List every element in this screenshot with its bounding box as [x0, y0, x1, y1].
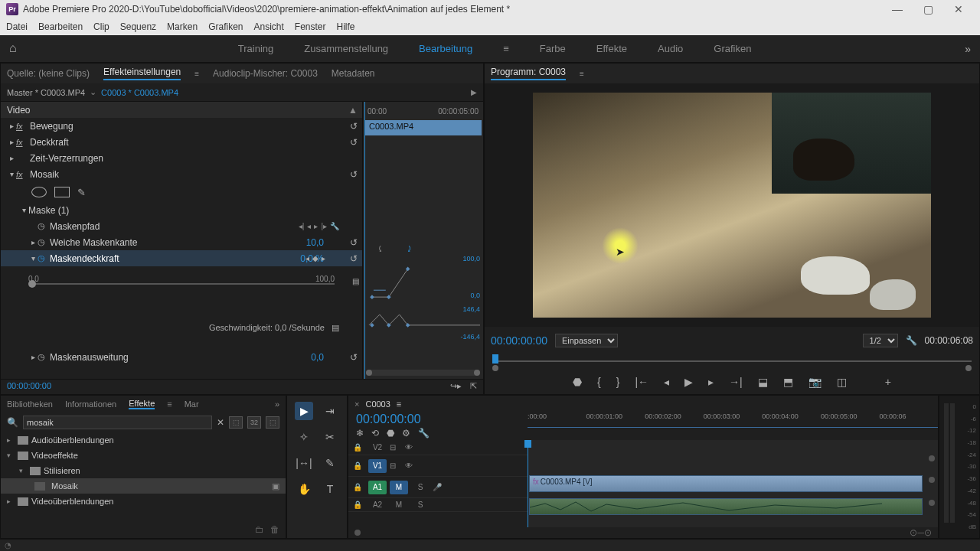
menu-fenster[interactable]: Fenster — [295, 21, 326, 32]
wrench-icon[interactable]: 🔧 — [418, 428, 430, 439]
graph-toggle-icon[interactable]: ▤ — [332, 323, 339, 332]
clip-ref-label[interactable]: C0003 * C0003.MP4 — [101, 88, 178, 97]
voiceover-icon[interactable]: 🎤 — [433, 483, 445, 491]
track-a2-label[interactable]: A2 — [368, 498, 387, 512]
lock-icon[interactable]: 🔒 — [353, 483, 365, 491]
add-kf-icon[interactable]: ◆ — [312, 254, 318, 262]
wrench-icon[interactable]: 🔧 — [330, 222, 339, 230]
keyframe-timeline[interactable]: 00:00 00:00:05:00 C0003.MP4 100,0 0,0 14… — [362, 102, 483, 379]
twirl-icon[interactable]: ▸ — [7, 497, 15, 505]
home-icon[interactable]: ⌂ — [9, 41, 24, 57]
workspace-menu-icon[interactable]: ≡ — [503, 43, 509, 54]
fit-dropdown[interactable]: Einpassen — [555, 334, 618, 347]
razor-tool-icon[interactable]: ✂ — [321, 428, 339, 446]
pen-tool-icon[interactable]: ✎ — [321, 454, 339, 472]
tab-metadata[interactable]: Metadaten — [332, 68, 375, 79]
step-back-icon[interactable]: ◂ — [664, 376, 669, 388]
tab-program[interactable]: Programm: C0003 — [491, 67, 566, 80]
prev-frame-icon[interactable]: ◂| — [299, 222, 305, 230]
reset-icon[interactable]: ↺ — [350, 169, 358, 180]
workspace-grafiken[interactable]: Grafiken — [714, 43, 751, 54]
ease-out-icon[interactable]: ⤸ — [406, 244, 413, 254]
collapse-icon[interactable]: ▲ — [348, 105, 358, 116]
delete-icon[interactable]: 🗑 — [270, 524, 279, 536]
mask-ellipse-button[interactable] — [31, 187, 47, 197]
prop-feather[interactable]: Weiche Maskenkante — [50, 237, 138, 248]
workspace-audio[interactable]: Audio — [658, 43, 683, 54]
prev-kf-icon[interactable]: ◂ — [305, 254, 309, 262]
preset-filter-3[interactable]: ⬚ — [266, 416, 279, 429]
fx-badge-icon[interactable]: fx — [16, 138, 30, 147]
mask-pen-icon[interactable]: ✎ — [77, 187, 86, 198]
tree-video-trans[interactable]: Videoüberblendungen — [31, 497, 113, 506]
master-clip-label[interactable]: Master * C0003.MP4 — [7, 88, 85, 97]
workspace-farbe[interactable]: Farbe — [540, 43, 566, 54]
twirl-icon[interactable]: ▸ — [28, 238, 38, 246]
play-icon[interactable]: ▶ — [684, 376, 693, 388]
tree-mosaic[interactable]: Mosaik — [51, 481, 78, 491]
prop-mask-opacity[interactable]: Maskendeckkraft — [50, 253, 119, 264]
playhead[interactable] — [492, 354, 498, 364]
wrench-icon[interactable]: 🔧 — [906, 335, 917, 346]
zoom-scrollbar[interactable] — [366, 370, 480, 376]
tab-libraries[interactable]: Bibliotheken — [7, 399, 53, 409]
effects-search-input[interactable] — [23, 416, 212, 429]
twirl-icon[interactable]: ▸ — [28, 353, 38, 361]
menu-datei[interactable]: Datei — [6, 21, 28, 32]
mute-button[interactable]: M — [390, 498, 408, 512]
preset-filter-2[interactable]: 32 — [247, 416, 261, 429]
track-v1-label[interactable]: V1 — [368, 459, 387, 473]
sequence-name[interactable]: C0003 — [365, 399, 390, 409]
next-kf-icon[interactable]: ▸ — [314, 222, 318, 230]
slip-tool-icon[interactable]: |↔| — [295, 454, 313, 472]
reset-icon[interactable]: ↺ — [350, 253, 358, 264]
panel-menu-icon[interactable]: ≡ — [397, 399, 401, 409]
compare-icon[interactable]: ◫ — [837, 376, 847, 388]
opacity-slider-thumb[interactable] — [28, 280, 36, 288]
loop-icon[interactable]: ↪▸ — [450, 381, 462, 390]
reset-icon[interactable]: ↺ — [350, 352, 358, 363]
close-seq-icon[interactable]: × — [354, 399, 359, 409]
tab-effect-settings[interactable]: Effekteinstellungen — [103, 67, 181, 80]
hand-tool-icon[interactable]: ✋ — [295, 480, 313, 498]
sync-lock-icon[interactable]: ⊟ — [390, 461, 402, 470]
tree-video-fx[interactable]: Videoeffekte — [31, 451, 78, 460]
timeline-playhead[interactable] — [528, 440, 528, 527]
resolution-dropdown[interactable]: 1/2 — [863, 334, 898, 347]
ripple-tool-icon[interactable]: ✧ — [295, 428, 313, 446]
goto-out-icon[interactable]: →| — [729, 376, 743, 388]
workspace-training[interactable]: Training — [238, 43, 273, 54]
track-a1-label[interactable]: A1 — [368, 481, 387, 494]
prop-expansion-value[interactable]: 0,0 — [311, 352, 324, 363]
eye-icon[interactable]: 👁 — [405, 443, 417, 452]
menu-grafiken[interactable]: Grafiken — [208, 21, 243, 32]
scroll-handle[interactable] — [929, 477, 935, 483]
tab-markers[interactable]: Mar — [185, 399, 199, 409]
goto-in-icon[interactable]: |← — [635, 376, 648, 388]
prop-feather-value[interactable]: 10,0 — [306, 237, 324, 248]
workspace-effekte[interactable]: Effekte — [596, 43, 627, 54]
scroll-handle[interactable] — [929, 500, 935, 506]
close-button[interactable]: ✕ — [943, 0, 974, 18]
stopwatch-icon[interactable]: ◷ — [38, 352, 50, 362]
menu-bearbeiten[interactable]: Bearbeiten — [38, 21, 83, 32]
menu-hilfe[interactable]: Hilfe — [337, 21, 355, 32]
current-time-label[interactable]: 00:00:00:00 — [7, 381, 51, 393]
graph-toggle-icon[interactable]: ▤ — [352, 277, 359, 285]
tab-audio-mixer[interactable]: Audioclip-Mischer: C0003 — [213, 68, 318, 79]
mute-button[interactable]: M — [390, 481, 408, 494]
timeline-ruler[interactable]: :00:00 00:00:01:00 00:00:02:00 00:00:03:… — [528, 412, 938, 428]
menu-ansicht[interactable]: Ansicht — [253, 21, 283, 32]
clear-search-icon[interactable]: ✕ — [217, 417, 224, 428]
opacity-slider-track[interactable] — [28, 283, 335, 285]
eye-icon[interactable]: 👁 — [405, 461, 417, 470]
twirl-icon[interactable]: ▸ — [7, 122, 16, 130]
overflow-icon[interactable]: » — [275, 399, 279, 409]
twirl-icon[interactable]: ▾ — [7, 170, 16, 178]
prop-expansion[interactable]: Maskenausweitung — [50, 352, 129, 363]
out-point-icon[interactable]: } — [616, 376, 620, 388]
marker-icon[interactable]: ⬣ — [387, 428, 394, 439]
workspace-zusammenstellung[interactable]: Zusammenstellung — [304, 43, 388, 54]
stopwatch-icon[interactable]: ◷ — [38, 237, 50, 247]
twirl-icon[interactable]: ▾ — [28, 254, 38, 262]
